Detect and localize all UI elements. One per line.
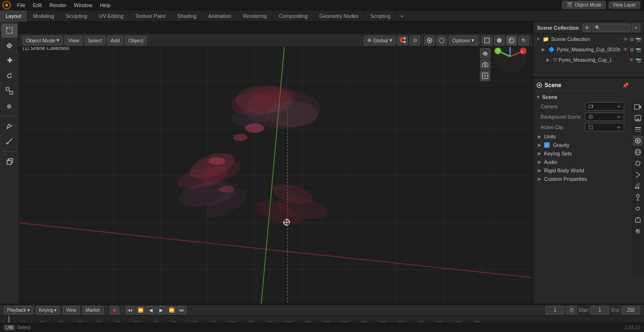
tab-sculpting[interactable]: Sculpting bbox=[60, 10, 93, 22]
next-frame-btn[interactable]: ⏩ bbox=[167, 306, 176, 315]
props-tab-particles[interactable] bbox=[633, 181, 643, 191]
play-btn[interactable]: ▶ bbox=[157, 306, 166, 315]
props-tab-physics[interactable] bbox=[633, 192, 643, 202]
shading-wireframe[interactable] bbox=[482, 36, 492, 45]
props-tab-scene[interactable] bbox=[633, 136, 643, 146]
background-scene-value[interactable]: ✏ bbox=[585, 113, 624, 121]
menu-help[interactable]: Help bbox=[96, 0, 115, 10]
menu-edit[interactable]: Edit bbox=[29, 0, 46, 10]
current-frame-display[interactable]: 1 bbox=[545, 306, 564, 315]
props-tab-viewlayer[interactable] bbox=[633, 124, 643, 135]
props-tab-material[interactable] bbox=[633, 226, 643, 236]
menu-file[interactable]: File bbox=[13, 0, 29, 10]
tab-layout[interactable]: Layout bbox=[0, 10, 27, 22]
camera-eyedropper[interactable]: ✏ bbox=[617, 104, 621, 109]
skip-end-btn[interactable]: ⏭ bbox=[177, 306, 187, 315]
marker-dropdown[interactable]: Marker bbox=[83, 306, 104, 315]
end-frame-input[interactable]: 250 bbox=[621, 306, 640, 315]
tab-rendering[interactable]: Rendering bbox=[237, 10, 273, 22]
view-menu[interactable]: View bbox=[65, 36, 83, 45]
vis-camera-icon-3[interactable]: 📷 bbox=[636, 57, 641, 63]
tool-scale[interactable] bbox=[1, 84, 17, 98]
tab-shading[interactable]: Shading bbox=[172, 10, 202, 22]
object-menu[interactable]: Object bbox=[125, 36, 147, 45]
tool-transform[interactable]: ⊕ bbox=[1, 99, 17, 113]
units-section[interactable]: ▶ Units bbox=[535, 132, 630, 141]
shading-solid[interactable] bbox=[494, 36, 504, 45]
outliner-search-input[interactable] bbox=[593, 24, 630, 32]
scene-selector[interactable]: 🎬 Object Mode bbox=[562, 1, 606, 9]
hand-tool-btn[interactable] bbox=[480, 48, 490, 58]
select-menu[interactable]: Select bbox=[84, 36, 106, 45]
tab-animation[interactable]: Animation bbox=[203, 10, 238, 22]
tool-add-cube[interactable] bbox=[1, 154, 17, 169]
proportional-edit-btn[interactable]: ⊙ bbox=[410, 36, 420, 45]
active-clip-value[interactable]: ✏ bbox=[585, 123, 624, 131]
outliner-row-pyrex-0010n[interactable]: ▶ 🔷 Pyrex_Measuring_Cup_0010n 👁 🖥 📷 bbox=[533, 44, 644, 55]
tool-select-box[interactable] bbox=[1, 24, 17, 38]
transform-global[interactable]: ⊕ Global ▾ bbox=[364, 36, 396, 45]
skip-start-btn[interactable]: ⏮ bbox=[125, 306, 135, 315]
active-clip-eyedropper[interactable]: ✏ bbox=[617, 125, 621, 130]
vis-eye-icon[interactable]: 👁 bbox=[623, 37, 628, 42]
props-tab-constraints[interactable] bbox=[633, 203, 643, 214]
tab-uv-editing[interactable]: UV Editing bbox=[93, 10, 130, 22]
tab-modeling[interactable]: Modeling bbox=[27, 10, 60, 22]
clock-icon-btn[interactable]: ⏱ bbox=[566, 306, 577, 315]
view-dropdown[interactable]: View bbox=[63, 306, 80, 315]
start-frame-input[interactable]: 1 bbox=[590, 306, 609, 315]
props-tab-modifiers[interactable] bbox=[633, 170, 643, 180]
audio-section[interactable]: ▶ Audio bbox=[535, 158, 630, 166]
play-reverse-btn[interactable]: ◀ bbox=[146, 306, 156, 315]
tool-cursor[interactable] bbox=[1, 39, 17, 53]
vis-eye-icon-2[interactable]: 👁 bbox=[623, 47, 628, 52]
scene-section-header[interactable]: ▼ Scene bbox=[535, 93, 630, 101]
tab-compositing[interactable]: Compositing bbox=[273, 10, 314, 22]
keying-sets-section[interactable]: ▶ Keying Sets bbox=[535, 149, 630, 158]
menu-render[interactable]: Render bbox=[46, 0, 70, 10]
props-tab-render[interactable] bbox=[633, 102, 643, 112]
add-menu[interactable]: Add bbox=[107, 36, 124, 45]
outliner-filter-btn[interactable]: ⚙ bbox=[583, 24, 591, 32]
props-pin-btn[interactable]: 📌 bbox=[622, 82, 629, 89]
record-btn[interactable]: ⏺ bbox=[110, 306, 119, 315]
rigid-body-section[interactable]: ▶ Rigid Body World bbox=[535, 166, 630, 175]
options-btn[interactable]: Options ▾ bbox=[449, 36, 478, 45]
tab-texture-paint[interactable]: Texture Paint bbox=[130, 10, 172, 22]
add-workspace-tab[interactable]: + bbox=[396, 10, 407, 22]
props-tab-object[interactable] bbox=[633, 158, 643, 169]
vis-camera-icon-2[interactable]: 📷 bbox=[636, 47, 641, 52]
object-mode-dropdown[interactable]: Object Mode ▾ bbox=[23, 36, 63, 45]
outliner-row-scene-collection[interactable]: ▼ 📁 Scene Collection 👁 🖥 📷 bbox=[533, 34, 644, 44]
camera-icon-btn[interactable] bbox=[480, 59, 490, 70]
view-layer-selector[interactable]: View Layer bbox=[609, 1, 640, 8]
tab-geometry-nodes[interactable]: Geometry Nodes bbox=[314, 10, 364, 22]
prev-frame-btn[interactable]: ⏪ bbox=[136, 306, 145, 315]
grid-icon-btn[interactable] bbox=[480, 71, 490, 81]
vis-monitor-icon[interactable]: 🖥 bbox=[629, 37, 634, 42]
props-tab-world[interactable] bbox=[633, 147, 643, 157]
snap-btn[interactable]: 🧲 bbox=[397, 36, 408, 45]
tool-move[interactable]: ✚ bbox=[1, 54, 17, 68]
vis-camera-icon[interactable]: 📷 bbox=[636, 37, 641, 42]
keying-dropdown[interactable]: Keying ▾ bbox=[36, 306, 60, 315]
props-tab-data[interactable] bbox=[633, 215, 643, 225]
gravity-section[interactable]: ▶ ✓ Gravity bbox=[535, 141, 630, 149]
shading-rendered[interactable] bbox=[519, 36, 529, 45]
vis-eye-icon-3[interactable]: 👁 bbox=[629, 57, 634, 63]
gravity-checkbox[interactable]: ✓ bbox=[544, 142, 550, 148]
xray-btn[interactable] bbox=[437, 36, 447, 45]
tool-annotate[interactable] bbox=[1, 119, 17, 133]
vis-monitor-icon-2[interactable]: 🖥 bbox=[629, 47, 634, 52]
background-scene-eyedropper[interactable]: ✏ bbox=[617, 114, 621, 120]
tab-scripting[interactable]: Scripting bbox=[364, 10, 396, 22]
3d-viewport[interactable]: User Perspective (1) Scene Collection X … bbox=[19, 34, 533, 304]
custom-props-section[interactable]: ▶ Custom Properties bbox=[535, 175, 630, 183]
tool-rotate[interactable] bbox=[1, 69, 17, 83]
shading-material[interactable] bbox=[506, 36, 517, 45]
props-tab-output[interactable] bbox=[633, 113, 643, 123]
tool-measure[interactable] bbox=[1, 134, 17, 148]
playback-dropdown[interactable]: Playback ▾ bbox=[4, 306, 33, 315]
outliner-sort-btn[interactable]: ≡ bbox=[632, 24, 640, 32]
menu-window[interactable]: Window bbox=[70, 0, 96, 10]
